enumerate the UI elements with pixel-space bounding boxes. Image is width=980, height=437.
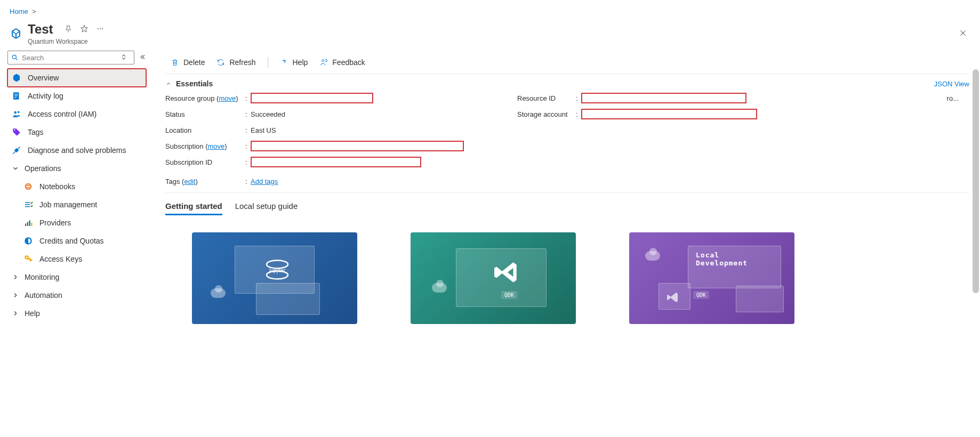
tab-local-setup[interactable]: Local setup guide <box>235 201 298 215</box>
resource-id-truncated: ro... <box>947 94 969 102</box>
svg-rect-7 <box>14 97 17 98</box>
essentials-resource-id: Resource ID : ro... <box>517 92 969 104</box>
main-content: Delete Refresh Help Feedback Essentials … <box>149 51 980 335</box>
favorite-icon[interactable] <box>80 25 89 35</box>
nav-group-automation[interactable]: Automation <box>7 286 146 304</box>
tags-icon <box>12 127 21 137</box>
svg-rect-6 <box>14 95 18 96</box>
subscription-value-redacted <box>251 141 464 151</box>
nav-activity-log-label: Activity log <box>28 92 63 100</box>
nav-access-control-label: Access control (IAM) <box>28 110 97 118</box>
resource-id-label: Resource ID <box>517 94 576 102</box>
breadcrumb-home[interactable]: Home <box>10 7 28 15</box>
delete-icon <box>171 58 179 67</box>
nav-access-control[interactable]: Access control (IAM) <box>7 105 146 123</box>
tab-getting-started[interactable]: Getting started <box>165 201 222 215</box>
nav-overview-label: Overview <box>28 74 59 82</box>
activity-log-icon <box>12 91 21 101</box>
move-resource-group-link[interactable]: move <box>219 94 236 102</box>
page-title: Test <box>28 22 53 37</box>
essentials-status: Status : Succeeded <box>165 108 496 120</box>
essentials-subscription: Subscription (move) : <box>165 140 496 152</box>
sidebar: Overview Activity log Access control (IA… <box>0 51 149 335</box>
storage-account-value-redacted <box>581 109 757 119</box>
nav-overview[interactable]: Overview <box>7 69 146 87</box>
status-value: Succeeded <box>251 110 285 118</box>
svg-rect-14 <box>27 222 28 226</box>
card-local-dev[interactable]: Local Development QDK <box>629 232 794 324</box>
breadcrumb: Home > <box>0 0 980 19</box>
svg-text:jupyter: jupyter <box>269 268 286 273</box>
subscription-label: Subscription <box>165 142 204 150</box>
delete-button[interactable]: Delete <box>165 54 210 71</box>
svg-point-0 <box>98 28 99 29</box>
help-icon <box>280 58 288 67</box>
qdk-badge: QDK <box>693 291 709 299</box>
essentials-title: Essentials <box>176 79 213 88</box>
json-view-link[interactable]: JSON View <box>934 80 969 88</box>
search-input[interactable] <box>22 54 131 62</box>
nav-notebooks[interactable]: Notebooks <box>19 177 146 196</box>
essentials-location: Location : East US <box>165 124 496 136</box>
move-subscription-link[interactable]: move <box>208 142 225 150</box>
essentials-tags: Tags (edit) : Add tags <box>165 175 496 187</box>
getting-started-cards: jupyter QDK Local Development QDK <box>165 222 969 335</box>
nav-credits-label: Credits and Quotas <box>39 237 104 245</box>
more-icon[interactable] <box>96 25 105 35</box>
nav-group-operations[interactable]: Operations <box>7 159 146 177</box>
resource-group-label: Resource group <box>165 94 215 102</box>
feedback-icon <box>319 58 328 67</box>
essentials-toggle[interactable]: Essentials <box>165 79 213 88</box>
notebooks-icon <box>23 182 33 191</box>
nav-tags-label: Tags <box>28 128 44 136</box>
access-control-icon <box>12 109 21 119</box>
svg-point-11 <box>26 184 31 190</box>
essentials-storage-account: Storage account : <box>517 108 969 120</box>
jupyter-icon: jupyter <box>261 254 293 286</box>
help-button[interactable]: Help <box>275 54 314 71</box>
nav-activity-log[interactable]: Activity log <box>7 87 146 105</box>
nav-providers[interactable]: Providers <box>19 214 146 232</box>
nav-job-management[interactable]: Job management <box>19 196 146 214</box>
scrollbar-thumb[interactable] <box>973 69 979 293</box>
nav-group-help[interactable]: Help <box>7 304 146 322</box>
close-icon[interactable] <box>959 29 967 39</box>
svg-point-2 <box>102 28 103 29</box>
svg-rect-15 <box>29 221 30 226</box>
nav-tags[interactable]: Tags <box>7 123 146 141</box>
chevron-up-icon <box>165 80 172 87</box>
command-bar: Delete Refresh Help Feedback <box>165 51 969 74</box>
storage-account-label: Storage account <box>517 110 576 118</box>
nav-access-keys[interactable]: Access Keys <box>19 250 146 268</box>
diagnose-icon <box>12 145 21 155</box>
local-dev-label-1: Local <box>696 251 719 259</box>
cloud-icon <box>432 283 447 293</box>
card-vscode[interactable]: QDK <box>411 232 576 324</box>
nav-access-keys-label: Access Keys <box>39 255 82 263</box>
svg-point-8 <box>14 111 17 114</box>
svg-point-1 <box>100 28 101 29</box>
search-input-container[interactable] <box>7 51 134 64</box>
subscription-id-value-redacted <box>251 157 421 167</box>
nav-group-monitoring[interactable]: Monitoring <box>7 268 146 286</box>
nav-diagnose-label: Diagnose and solve problems <box>28 146 126 155</box>
vertical-scrollbar[interactable] <box>973 69 979 432</box>
add-tags-link[interactable]: Add tags <box>251 177 278 185</box>
nav-monitoring-label: Monitoring <box>25 273 59 281</box>
feedback-button[interactable]: Feedback <box>314 54 370 71</box>
chevron-right-icon <box>12 273 19 281</box>
card-jupyter[interactable]: jupyter <box>192 232 357 324</box>
refresh-button[interactable]: Refresh <box>211 54 261 71</box>
nav-diagnose[interactable]: Diagnose and solve problems <box>7 141 146 159</box>
refresh-icon <box>216 58 225 67</box>
edit-tags-link[interactable]: edit <box>184 177 195 185</box>
pin-icon[interactable] <box>64 25 73 35</box>
nav-credits[interactable]: Credits and Quotas <box>19 232 146 250</box>
resource-group-value-redacted <box>251 93 373 103</box>
nav-automation-label: Automation <box>25 291 62 300</box>
collapse-sidebar-icon[interactable] <box>139 53 146 62</box>
nav-help-label: Help <box>25 309 40 318</box>
search-expand-icon[interactable] <box>120 53 131 62</box>
content-tabs: Getting started Local setup guide <box>165 193 969 222</box>
providers-icon <box>23 218 33 228</box>
